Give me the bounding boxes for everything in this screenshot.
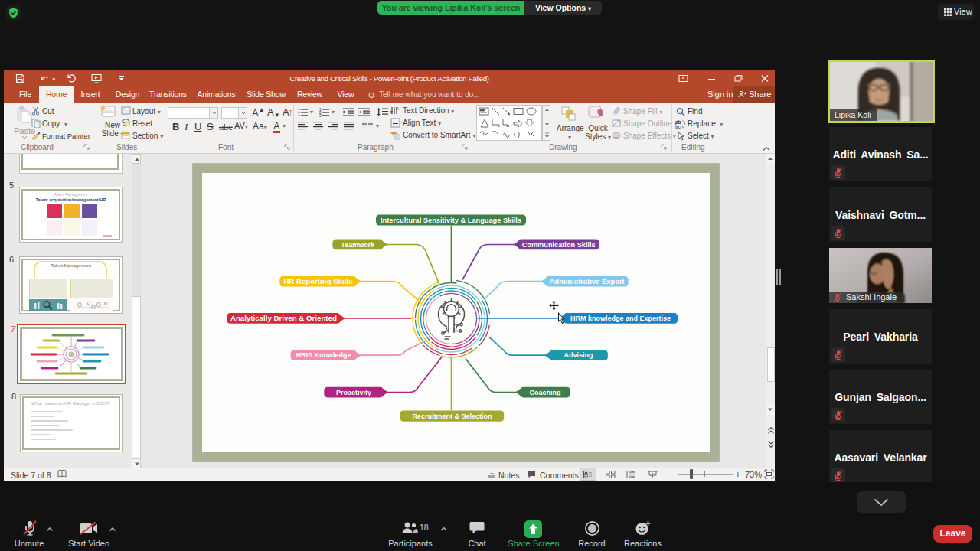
svg-text:Recruitment & Selection: Recruitment & Selection <box>412 412 492 420</box>
svg-text:Advising: Advising <box>564 351 593 359</box>
svg-text:Communication Skills: Communication Skills <box>522 241 596 249</box>
svg-text:Analytically Driven & Oriented: Analytically Driven & Oriented <box>230 315 337 322</box>
svg-text:HRM knowledge and Expertise: HRM knowledge and Expertise <box>570 315 671 322</box>
svg-text:Administrative Expert: Administrative Expert <box>550 278 625 285</box>
svg-text:HR Reporting Skills: HR Reporting Skills <box>283 278 352 285</box>
svg-text:3: 3 <box>319 114 322 118</box>
svg-text:Intercultural Sensitivity & La: Intercultural Sensitivity & Language Ski… <box>381 217 521 224</box>
svg-text:A: A <box>396 106 399 111</box>
svg-text:ac: ac <box>675 124 681 129</box>
svg-text:HRIS Knowledge: HRIS Knowledge <box>296 351 351 359</box>
svg-text:Teamwork: Teamwork <box>341 241 375 249</box>
svg-text:Proactivity: Proactivity <box>336 389 371 396</box>
svg-text:Coaching: Coaching <box>529 389 560 396</box>
